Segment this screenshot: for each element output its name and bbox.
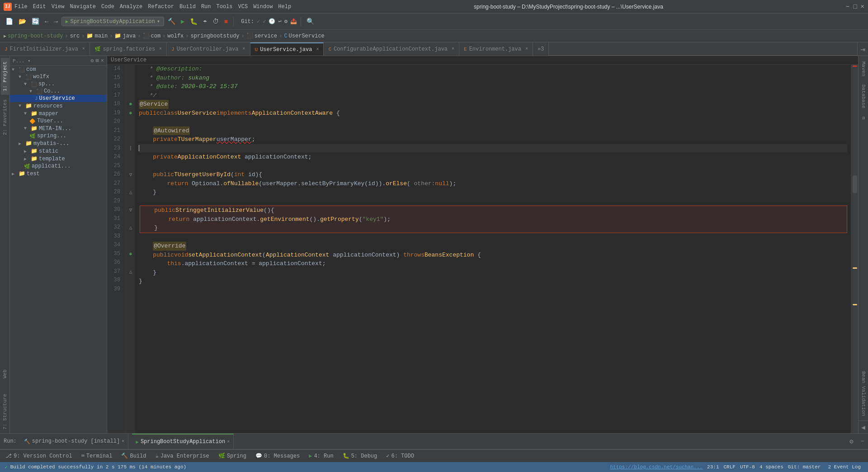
right-panel-maven[interactable]: Maven bbox=[859, 58, 868, 80]
tab-springfactories[interactable]: 🌿 spring.factories × bbox=[90, 42, 167, 56]
tab-usercontroller[interactable]: J UserController.java × bbox=[167, 42, 250, 56]
menu-refactor[interactable]: Refactor bbox=[148, 4, 174, 10]
gutter-37[interactable]: △ bbox=[129, 267, 132, 276]
menu-analyze[interactable]: Analyze bbox=[120, 4, 142, 10]
forward-button[interactable]: → bbox=[52, 17, 59, 26]
tool-todo[interactable]: ✓ 6: TODO bbox=[384, 452, 416, 460]
status-git-branch[interactable]: Git: master bbox=[788, 464, 821, 470]
run-bar-minimize-icon[interactable]: − bbox=[861, 438, 864, 445]
profile-button[interactable]: ⏱ bbox=[211, 17, 221, 26]
status-position[interactable]: 23:1 bbox=[707, 464, 719, 470]
menu-view[interactable]: View bbox=[52, 4, 65, 10]
gutter-30[interactable]: ▽ bbox=[129, 206, 132, 215]
tree-item-static[interactable]: ▶ 📁 static bbox=[10, 147, 107, 155]
menu-build[interactable]: Build bbox=[179, 4, 196, 10]
tree-item-com[interactable]: ▼ ⬛ com bbox=[10, 66, 107, 73]
tool-messages[interactable]: 💬 0: Messages bbox=[254, 452, 302, 460]
right-panel-database[interactable]: Database bbox=[859, 81, 868, 112]
status-line-ending[interactable]: CRLF bbox=[724, 464, 736, 470]
tool-version-control[interactable]: ⎇ 9: Version Control bbox=[4, 452, 74, 460]
breadcrumb-service[interactable]: ⬛ service bbox=[246, 33, 277, 39]
tree-item-resources[interactable]: ▼ 📁 resources bbox=[10, 102, 107, 110]
breadcrumb-project[interactable]: ▶ spring-boot-study bbox=[4, 33, 63, 39]
tree-item-applicati[interactable]: 🌿 applicati... bbox=[10, 163, 107, 170]
right-panel-collapse[interactable]: ◀ bbox=[860, 422, 866, 433]
tree-item-spring[interactable]: 🌿 spring... bbox=[10, 132, 107, 140]
menu-navigate[interactable]: Navigate bbox=[70, 4, 96, 10]
scroll-thumb[interactable] bbox=[853, 175, 857, 193]
tree-item-selected[interactable]: J UserService bbox=[10, 95, 107, 102]
tree-item-co[interactable]: ▼ ⬛ Co... bbox=[10, 88, 107, 95]
project-dropdown[interactable]: P... ▾ bbox=[13, 58, 31, 64]
tab-environment[interactable]: E Environment.java × bbox=[459, 42, 533, 56]
menu-edit[interactable]: Edit bbox=[33, 4, 46, 10]
tool-spring[interactable]: 🌿 Spring bbox=[217, 452, 248, 460]
tab-close-5[interactable]: × bbox=[452, 47, 454, 51]
menu-help[interactable]: Help bbox=[278, 4, 291, 10]
status-encoding[interactable]: UTF-8 bbox=[740, 464, 755, 470]
menu-bar[interactable]: File Edit View Navigate Code Analyze Ref… bbox=[14, 4, 291, 10]
run-tab-install-close[interactable]: × bbox=[122, 439, 124, 444]
open-button[interactable]: 📂 bbox=[17, 17, 28, 26]
breadcrumb-java[interactable]: 📁 java bbox=[114, 33, 136, 39]
tree-item-sp[interactable]: ▼ ⬛ sp... bbox=[10, 80, 107, 88]
run-button[interactable]: ▶ bbox=[179, 17, 186, 26]
gutter-18[interactable]: ● bbox=[129, 100, 132, 109]
vtab-structure[interactable]: 7: Structure bbox=[1, 390, 9, 433]
menu-tools[interactable]: Tools bbox=[217, 4, 233, 10]
back-button[interactable]: ← bbox=[43, 17, 50, 26]
breadcrumb-wolfx[interactable]: wolfx bbox=[167, 33, 184, 39]
tab-close-2[interactable]: × bbox=[159, 47, 162, 51]
gutter-26[interactable]: ▽ bbox=[129, 170, 132, 179]
tab-more[interactable]: »3 bbox=[533, 42, 549, 56]
debug-button[interactable]: 🐛 bbox=[188, 17, 199, 26]
tab-close-1[interactable]: × bbox=[82, 47, 85, 51]
tree-item-metainf[interactable]: ▼ 📁 META-IN... bbox=[10, 125, 107, 132]
stop-button[interactable]: ■ bbox=[222, 17, 230, 26]
close-button[interactable]: × bbox=[861, 3, 864, 10]
run-config-selector[interactable]: ▶ SpringBootStudyApplication ▾ bbox=[61, 17, 164, 26]
tab-userservice[interactable]: U UserService.java × bbox=[250, 42, 324, 56]
breadcrumb-springbootstudy[interactable]: springbootstudy bbox=[191, 33, 240, 39]
menu-vcs[interactable]: VCS bbox=[238, 4, 248, 10]
right-panel-bean[interactable]: Bean Validation bbox=[859, 368, 868, 420]
tool-build[interactable]: 🔨 Build bbox=[119, 452, 148, 460]
breadcrumb-com[interactable]: ⬛ com bbox=[143, 33, 161, 39]
breadcrumb-main[interactable]: 📁 main bbox=[86, 33, 108, 39]
editor-scrollbar[interactable] bbox=[851, 65, 858, 433]
tab-firstinitializer[interactable]: J FirstInitializer.java × bbox=[0, 42, 90, 56]
gutter-28[interactable]: △ bbox=[129, 188, 132, 197]
menu-run[interactable]: Run bbox=[201, 4, 211, 10]
sync-button[interactable]: 🔄 bbox=[30, 17, 41, 26]
tool-debug[interactable]: 🐛 5: Debug bbox=[341, 452, 379, 460]
tree-item-test[interactable]: ▶ 📁 test bbox=[10, 170, 107, 178]
tool-terminal[interactable]: ⌨ Terminal bbox=[80, 452, 114, 460]
status-indent[interactable]: 4 spaces bbox=[760, 464, 783, 470]
menu-window[interactable]: Window bbox=[253, 4, 273, 10]
gutter-35[interactable]: ● bbox=[129, 250, 132, 259]
vtab-favorites[interactable]: 2: Favorites bbox=[1, 96, 9, 139]
vtab-project[interactable]: 1: Project bbox=[1, 58, 9, 95]
tool-run[interactable]: ▶ 4: Run bbox=[307, 452, 335, 460]
menu-code[interactable]: Code bbox=[101, 4, 114, 10]
run-bar-settings-icon[interactable]: ⚙ bbox=[849, 438, 853, 445]
tab-close-4[interactable]: × bbox=[316, 47, 319, 52]
tree-item-wolfx[interactable]: ▼ ⬛ wolfx bbox=[10, 73, 107, 80]
vtab-web[interactable]: Web bbox=[1, 366, 9, 382]
menu-file[interactable]: File bbox=[14, 4, 28, 10]
status-event-log[interactable]: 2 Event Log bbox=[825, 464, 863, 470]
tree-item-mybatis[interactable]: ▶ 📁 mybatis-... bbox=[10, 140, 107, 147]
window-controls[interactable]: − □ × bbox=[846, 3, 864, 10]
run-tab-app-close[interactable]: × bbox=[227, 439, 230, 444]
tree-item-template[interactable]: ▶ 📁 template bbox=[10, 155, 107, 163]
search-everywhere-button[interactable]: 🔍 bbox=[305, 17, 316, 26]
split-editor-button[interactable]: ⇥ bbox=[857, 42, 868, 56]
build-button[interactable]: 🔨 bbox=[166, 17, 177, 26]
coverage-button[interactable]: ☂ bbox=[201, 17, 208, 26]
sidebar-close-icon[interactable]: × bbox=[101, 58, 104, 64]
tree-item-mapper[interactable]: ▼ 📁 mapper bbox=[10, 110, 107, 117]
right-panel-m[interactable]: m bbox=[859, 113, 868, 123]
tab-close-6[interactable]: × bbox=[525, 47, 528, 51]
breadcrumb-src[interactable]: src bbox=[70, 33, 80, 39]
tree-item-tuser[interactable]: 🔶 TUser... bbox=[10, 117, 107, 125]
